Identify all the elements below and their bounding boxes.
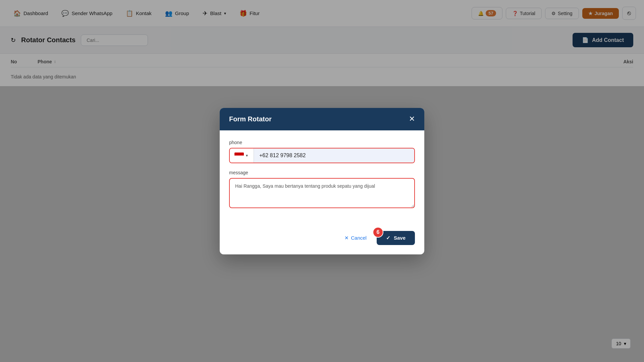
modal-header: Form Rotator ✕: [220, 108, 424, 130]
save-label: Save: [394, 235, 406, 241]
save-button[interactable]: 6 ✓ Save: [377, 231, 415, 245]
step-badge: 6: [373, 227, 383, 238]
country-selector[interactable]: ▾: [230, 148, 254, 163]
phone-form-group: phone ▾: [229, 140, 415, 163]
phone-label: phone: [229, 140, 415, 145]
cancel-button[interactable]: ✕ Cancel: [340, 232, 371, 244]
message-form-group: message: [229, 170, 415, 209]
message-label: message: [229, 170, 415, 175]
modal-close-button[interactable]: ✕: [409, 115, 415, 123]
modal-body: phone ▾ message: [220, 130, 424, 226]
modal-title: Form Rotator: [229, 115, 272, 123]
message-textarea[interactable]: [229, 178, 415, 208]
phone-number-input[interactable]: [254, 148, 414, 163]
phone-input-row: ▾: [229, 148, 415, 163]
chevron-down-icon: ▾: [246, 153, 248, 158]
indonesia-flag: [234, 153, 244, 159]
modal-footer: ✕ Cancel 6 ✓ Save: [220, 226, 424, 254]
modal-overlay[interactable]: Form Rotator ✕ phone ▾: [0, 0, 644, 362]
form-rotator-modal: Form Rotator ✕ phone ▾: [220, 108, 424, 254]
x-icon: ✕: [344, 235, 349, 241]
check-icon: ✓: [386, 235, 390, 241]
cancel-label: Cancel: [351, 235, 367, 241]
